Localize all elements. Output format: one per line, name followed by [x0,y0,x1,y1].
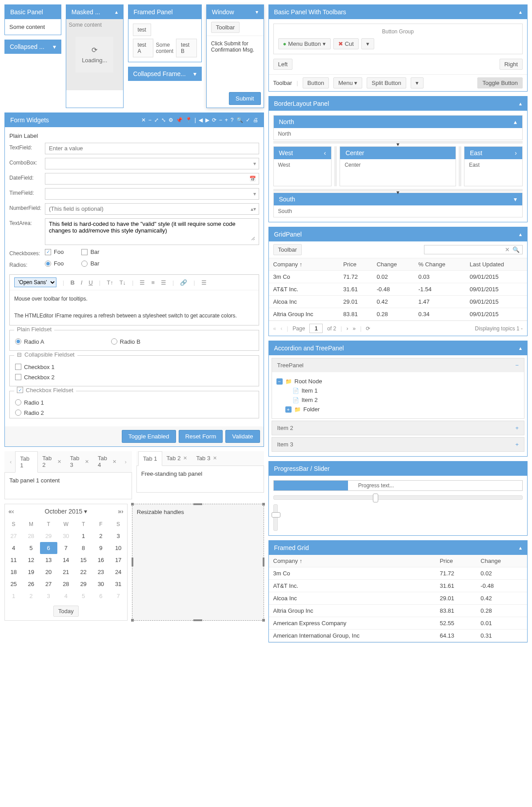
collapse-toggle-icon[interactable]: ⊟ [17,351,22,358]
cal-cell[interactable]: 6 [40,542,57,554]
minus-icon[interactable]: − [219,117,222,123]
timefield-input[interactable] [45,188,259,200]
cal-cell[interactable]: 24 [110,566,127,578]
menu-button[interactable]: Menu Button [278,38,331,49]
today-button[interactable]: Today [53,606,79,617]
split-dropdown[interactable] [411,77,424,88]
cal-cell[interactable]: 4 [57,590,75,602]
free-tab-2[interactable]: Tab 2✕ [162,451,192,465]
cal-cell[interactable]: 3 [110,530,127,542]
cal-cell[interactable]: 5 [75,590,92,602]
splitter-icon[interactable]: ▾ [396,189,400,196]
pin-icon[interactable]: 📌 [176,117,183,123]
textarea-input[interactable]: This field is hard-coded to have the "va… [45,218,259,245]
checkbox-icon[interactable] [45,249,51,255]
resize-handle-icon[interactable] [193,619,202,621]
vertical-slider[interactable] [273,504,278,531]
submit-button[interactable]: Submit [229,92,260,105]
close-icon[interactable]: ✕ [57,459,61,465]
close-icon[interactable]: ✕ [112,459,116,465]
radio-icon[interactable] [15,399,21,406]
grid-column-header[interactable]: Company ↑ [269,555,436,567]
bold-icon[interactable]: B [70,279,74,286]
numberfield-input[interactable]: ▴▾ [45,203,259,215]
resize-handle-icon[interactable] [262,619,265,622]
table-row[interactable]: 3m Co71.720.020.0309/01/2015 [269,271,528,283]
datefield-input[interactable]: 📅 [45,173,259,185]
close-icon[interactable]: ✕ [213,455,217,461]
toolbar-button[interactable]: Toolbar [211,22,240,33]
table-row[interactable]: Altria Group Inc83.810.28 [269,605,528,617]
tree-panel-header[interactable]: TreePanel− [272,358,524,372]
calendar-icon[interactable]: 📅 [249,176,256,182]
align-center-icon[interactable]: ≡ [151,279,155,286]
validate-button[interactable]: Validate [225,430,260,443]
plus-icon[interactable]: + [515,441,519,448]
grid-column-header[interactable]: % Change [414,258,465,271]
resize-handle-icon[interactable] [132,558,133,566]
search-icon[interactable]: 🔍 [512,246,520,253]
page-input[interactable] [309,324,323,333]
cal-cell[interactable]: 8 [75,542,92,554]
combobox-input[interactable] [45,158,259,169]
align-right-icon[interactable]: ☰ [161,279,166,286]
cal-cell[interactable]: 13 [40,554,57,566]
minus-icon[interactable]: − [515,362,519,369]
radio-a[interactable]: Radio A [15,338,44,345]
grid-column-header[interactable]: Price [435,555,476,567]
checkbox-icon[interactable] [15,374,21,380]
font-increase-icon[interactable]: T↑ [107,279,113,286]
cal-cell[interactable]: 23 [92,566,109,578]
save-icon[interactable]: ✓ [246,117,250,123]
prev-year-icon[interactable]: « [8,508,14,515]
slider-thumb[interactable] [373,494,378,502]
cal-cell[interactable]: 2 [22,590,40,602]
reset-form-button[interactable]: Reset Form [179,430,223,443]
resize-handle-icon[interactable] [131,619,134,622]
textfield-input[interactable] [45,143,259,154]
resize-handle-icon[interactable] [262,503,265,506]
cut-button[interactable]: Cut [333,38,359,49]
collapse-icon[interactable]: − [276,378,283,385]
radio-icon[interactable] [111,338,117,345]
radio-1[interactable]: Radio 1 [15,399,253,406]
cal-cell[interactable]: 15 [75,554,92,566]
free-tab-3[interactable]: Tab 3✕ [192,451,221,465]
radio-icon[interactable] [45,261,51,267]
table-row[interactable]: American Express Company52.550.01 [269,617,528,630]
clear-icon[interactable]: ✕ [505,246,510,253]
cal-cell[interactable]: 29 [40,530,57,542]
collapse-icon[interactable] [324,149,326,157]
cal-cell[interactable]: 9 [92,542,109,554]
cal-cell[interactable]: 27 [5,530,22,542]
radio-bar[interactable]: Bar [81,260,99,267]
expand-icon[interactable]: + [285,406,292,413]
list-icon[interactable]: ☰ [201,279,207,286]
resize-handle-icon[interactable] [263,558,264,566]
dropdown-icon[interactable] [366,40,369,47]
html-editor-body[interactable]: Mouse over toolbar for tooltips. The HTM… [10,290,259,325]
dropdown-icon[interactable] [354,80,357,86]
cal-cell[interactable]: 10 [110,542,127,554]
tree-folder[interactable]: +Folder [276,405,520,414]
cal-cell[interactable]: 25 [5,578,22,590]
tree-item[interactable]: Item 1 [276,386,520,395]
grid-column-header[interactable]: Change [476,555,527,567]
checkbox-icon[interactable] [17,387,23,393]
tab-4[interactable]: Tab 4✕ [93,451,121,472]
dropdown-icon[interactable] [253,191,256,197]
collapse-icon[interactable] [514,118,517,125]
font-select[interactable]: 'Open Sans' [14,277,56,287]
cal-cell[interactable]: 1 [75,530,92,542]
cal-cell[interactable]: 29 [75,578,92,590]
minimize-icon[interactable]: − [148,117,152,123]
cal-cell[interactable]: 5 [22,542,40,554]
close-icon[interactable]: ✕ [85,459,89,465]
refresh-icon[interactable]: ⟳ [212,117,216,123]
menu-dropdown[interactable]: Menu [333,77,362,88]
slider-thumb[interactable] [272,512,280,518]
cal-cell[interactable]: 21 [57,566,75,578]
table-row[interactable]: 3m Co71.720.02 [269,567,528,580]
dropdown-icon[interactable] [416,80,419,86]
cut-dropdown[interactable] [361,38,374,49]
